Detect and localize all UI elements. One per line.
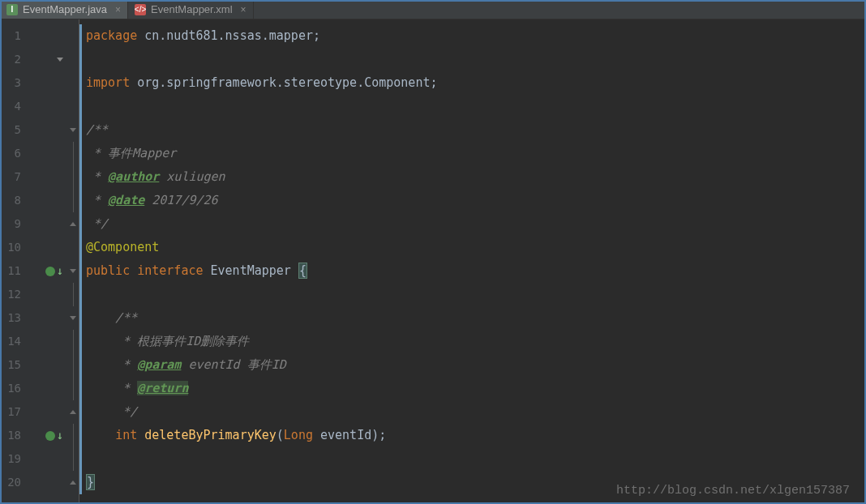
javadoc-tag: @author	[108, 169, 159, 184]
keyword: import	[86, 75, 130, 90]
package-name: cn.nudt681.nssas.mapper	[137, 28, 313, 43]
line-number: 13	[0, 306, 31, 330]
line-number: 4	[0, 95, 31, 118]
javadoc: *	[86, 169, 108, 184]
fold-close-icon[interactable]	[70, 222, 76, 226]
keyword: interface	[130, 263, 203, 278]
fold-open-icon[interactable]	[70, 316, 76, 320]
javadoc: /**	[86, 310, 137, 325]
javadoc: * 根据事件ID删除事件	[86, 334, 249, 348]
line-number: 12	[0, 283, 31, 306]
paren: (	[277, 428, 284, 442]
chevron-down-icon[interactable]	[57, 58, 63, 62]
javadoc: /**	[86, 122, 108, 137]
fold-close-icon[interactable]	[70, 481, 76, 485]
line-number: 1	[0, 24, 31, 48]
implemented-icon[interactable]	[45, 267, 55, 276]
line-number: 6	[0, 142, 31, 165]
semicolon: ;	[430, 75, 437, 90]
navigate-down-icon[interactable]: ↓	[57, 259, 63, 283]
tab-label: EventMapper.xml	[151, 3, 232, 15]
line-number-gutter: 1 2 3 4 5 6 7 8 9 10 11 12 13 14 15 16 1…	[0, 19, 31, 504]
semicolon: ;	[313, 28, 320, 43]
line-number: 10	[0, 236, 31, 259]
param-name: eventId)	[313, 428, 379, 442]
import-path: org.springframework.stereotype.	[130, 75, 364, 90]
line-number: 2	[0, 48, 31, 71]
implemented-icon[interactable]	[45, 431, 55, 441]
line-number: 16	[0, 377, 31, 400]
javadoc: xuliugen	[159, 169, 225, 184]
line-number: 17	[0, 400, 31, 424]
keyword: public	[86, 263, 130, 278]
javadoc: *	[86, 193, 108, 207]
javadoc: *	[86, 357, 137, 372]
javadoc-tag: @date	[108, 193, 144, 207]
tab-eventmapper-xml[interactable]: </> EventMapper.xml ×	[128, 0, 253, 19]
brace-open: {	[298, 263, 307, 279]
javadoc: */	[86, 216, 108, 231]
javadoc-tag: @param	[137, 357, 181, 372]
indent	[86, 428, 115, 442]
tab-label: EventMapper.java	[23, 3, 107, 15]
line-number: 7	[0, 165, 31, 189]
xml-file-icon: </>	[135, 4, 146, 15]
param-type: Long	[284, 428, 313, 442]
line-number: 5	[0, 118, 31, 142]
line-number: 11	[0, 259, 31, 283]
keyword: package	[86, 28, 137, 43]
fold-gutter	[66, 19, 79, 504]
javadoc: 2017/9/26	[144, 193, 217, 207]
line-number: 20	[0, 471, 31, 494]
return-type: int	[115, 428, 137, 442]
code-editor[interactable]: 1 2 3 4 5 6 7 8 9 10 11 12 13 14 15 16 1…	[0, 19, 866, 504]
line-number: 15	[0, 353, 31, 377]
javadoc: *	[86, 381, 137, 395]
close-icon[interactable]: ×	[112, 4, 121, 15]
fold-open-icon[interactable]	[70, 269, 76, 273]
change-marker	[79, 24, 82, 494]
line-number: 9	[0, 212, 31, 236]
close-icon[interactable]: ×	[238, 4, 247, 15]
javadoc: */	[86, 404, 137, 419]
line-number: 19	[0, 447, 31, 471]
fold-close-icon[interactable]	[70, 410, 76, 414]
annotation: @Component	[86, 240, 159, 254]
line-number: 3	[0, 71, 31, 95]
javadoc: eventId 事件ID	[181, 357, 285, 372]
line-number: 8	[0, 189, 31, 212]
method-name: deleteByPrimaryKey	[144, 428, 277, 442]
editor-tabs: I EventMapper.java × </> EventMapper.xml…	[0, 0, 866, 19]
javadoc-tag-highlighted: @return	[137, 381, 188, 395]
code-area[interactable]: package cn.nudt681.nssas.mapper; import …	[79, 19, 866, 504]
watermark-text: http://blog.csdn.net/xlgen157387	[616, 484, 850, 498]
navigate-down-icon[interactable]: ↓	[57, 424, 63, 447]
tab-eventmapper-java[interactable]: I EventMapper.java ×	[0, 0, 128, 19]
line-number: 14	[0, 330, 31, 353]
java-file-icon: I	[6, 4, 18, 15]
class-name: Component	[364, 75, 430, 90]
gutter-markers: ↓ ↓	[31, 19, 66, 504]
semicolon: ;	[379, 428, 386, 442]
space	[137, 428, 144, 442]
line-number: 18	[0, 424, 31, 447]
javadoc: * 事件Mapper	[86, 146, 176, 160]
fold-open-icon[interactable]	[70, 128, 76, 132]
interface-name: EventMapper	[204, 263, 298, 278]
brace-close: }	[86, 474, 95, 490]
